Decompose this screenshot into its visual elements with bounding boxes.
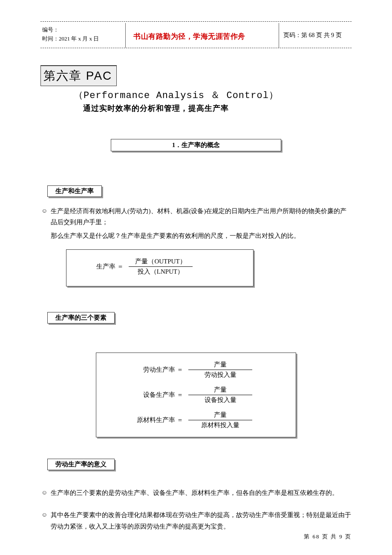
bullet-text: 其中各生产要素中的改善合理化结果都体现在劳动生产率的提高，故劳动生产率倍受重视；… [51,509,352,532]
chapter-subtitle-en: （Performance Analysis ＆ Control） [74,89,352,101]
formula-lhs: 劳动生产率 ＝ [101,366,186,374]
topic-label-text: 生产和生产率 [55,188,94,194]
fraction-denominator: 原材料投入量 [196,420,245,429]
formula-fraction: 产量 劳动投入量 [188,361,252,379]
page-footer: 第 68 页 共 9 页 [304,533,352,541]
topic-label-text: 劳动生产率的意义 [55,461,107,468]
topic-label-text: 生产率的三个要素 [55,314,107,321]
formula-fraction: 产量（OUTPUT） 投入（LNPUT） [129,257,193,276]
formula-equipment-productivity: 设备生产率 ＝ 产量 设备投入量 [101,386,291,404]
header-motto: 书山有路勤为径，学海无涯苦作舟 [126,23,279,48]
doc-date: 时间：2021 年 x 月 x 日 [42,35,124,43]
header-left-cell: 编号： 时间：2021 年 x 月 x 日 [40,23,126,48]
smile-icon: ☺ [41,205,51,228]
productivity-question: 那么生产率又是什么呢？生产率是生产要素的有效利用的尺度，一般是产出对投入的比。 [51,230,352,242]
fraction-numerator: 产量 [209,386,232,395]
bullet-text: 生产率的三个要素的是劳动生产率、设备生产率、原材料生产率，但各自的生产率是相互依… [51,487,352,498]
formula-fraction: 产量 设备投入量 [188,386,252,404]
bullet-labor-importance: ☺ 其中各生产要素中的改善合理化结果都体现在劳动生产率的提高，故劳动生产率倍受重… [41,509,352,532]
bullet-three-factors-relation: ☺ 生产率的三个要素的是劳动生产率、设备生产率、原材料生产率，但各自的生产率是相… [41,487,352,498]
doc-number-label: 编号： [42,26,124,35]
formula-box-productivity: 生产率 ＝ 产量（OUTPUT） 投入（LNPUT） [66,249,254,286]
smile-icon: ☺ [41,509,51,532]
section-title-box: 1．生产率的概念 [111,139,281,151]
fraction-denominator: 投入（LNPUT） [133,267,189,276]
formula-box-three-factors: 劳动生产率 ＝ 产量 劳动投入量 设备生产率 ＝ 产量 设备投入量 原材料生产率… [96,353,296,437]
topic-label-three-factors: 生产率的三个要素 [47,312,115,324]
bullet-production-def: ☺ 生产是经济而有效地利用人(劳动力)、材料、机器(设备)在规定的日期内生产出用… [41,205,352,228]
header-top-rule [40,21,352,22]
page-header: 编号： 时间：2021 年 x 月 x 日 书山有路勤为径，学海无涯苦作舟 页码… [40,23,352,48]
formula-lhs: 设备生产率 ＝ [101,391,186,399]
fraction-numerator: 产量 [209,411,232,420]
topic-label-labor-meaning: 劳动生产率的意义 [47,459,115,470]
smile-icon: ☺ [41,487,51,498]
formula-lhs: 原材料生产率 ＝ [101,416,186,424]
formula-material-productivity: 原材料生产率 ＝ 产量 原材料投入量 [101,411,291,429]
formula-lhs: 生产率 ＝ [71,263,126,271]
chapter-subtitle-cn: 通过实时效率的分析和管理，提高生产率 [83,103,352,113]
fraction-denominator: 设备投入量 [199,395,242,404]
formula-labor-productivity: 劳动生产率 ＝ 产量 劳动投入量 [101,361,291,379]
topic-label-production: 生产和生产率 [47,185,102,197]
fraction-numerator: 产量（OUTPUT） [130,257,191,266]
section-title: 1．生产率的概念 [172,142,220,148]
chapter-title: 第六章 PAC [40,65,117,86]
formula-productivity: 生产率 ＝ 产量（OUTPUT） 投入（LNPUT） [71,257,249,276]
formula-fraction: 产量 原材料投入量 [188,411,252,429]
header-page-label: 页码：第 68 页 共 9 页 [279,23,352,48]
fraction-denominator: 劳动投入量 [199,370,242,379]
fraction-numerator: 产量 [209,361,232,370]
bullet-text: 生产是经济而有效地利用人(劳动力)、材料、机器(设备)在规定的日期内生产出用户所… [51,205,352,228]
